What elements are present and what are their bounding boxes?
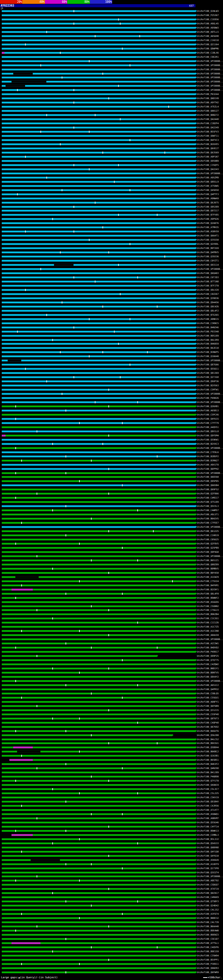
hit-bar[interactable] [2, 555, 196, 557]
hit-label[interactable]: UniRef100_UPI0000... [197, 360, 223, 362]
hit-label[interactable]: UniRef100_Q21164 [197, 43, 219, 46]
hit-row[interactable]: UniRef100_Q63S69 [0, 151, 223, 155]
hit-label[interactable]: UniRef100_C3SW94 [197, 954, 219, 957]
hit-row[interactable]: UniRef100_C5SGU1 [0, 696, 223, 700]
hit-label[interactable]: UniRef100_A6S1C2 [197, 684, 219, 686]
hit-bar[interactable] [2, 510, 196, 511]
hit-label[interactable]: UniRef100_UPI0000... [197, 76, 223, 79]
hit-bar[interactable] [2, 197, 196, 199]
hit-bar[interactable] [2, 272, 196, 274]
hit-label[interactable]: UniRef100_P49026 [197, 397, 219, 399]
hit-row[interactable]: UniRef100_Q6EE60 [0, 475, 223, 479]
hit-row[interactable]: UniRef100_Q8X1L8 [0, 430, 223, 434]
hit-label[interactable]: UniRef100_B2B5P2 [197, 455, 219, 458]
hit-bar[interactable] [2, 77, 196, 79]
hit-row[interactable]: UniRef100_C4QSP6 [0, 945, 223, 950]
hit-row[interactable]: UniRef100_Q24D42 [0, 904, 223, 908]
hit-row[interactable]: UniRef100_B4FVC3 [0, 138, 223, 142]
hit-label[interactable]: UniRef100_Q5V3L3 [197, 505, 219, 508]
hit-bar[interactable] [2, 539, 196, 541]
hit-row[interactable]: UniRef100_Q69F52 [0, 487, 223, 492]
hit-row[interactable]: UniRef100_UPI0000... [0, 400, 223, 404]
hit-label[interactable]: UniRef100_B7G365 [197, 313, 219, 316]
hit-label[interactable]: UniRef100_Q55Q11 [197, 368, 219, 370]
hit-row[interactable]: UniRef100_B6AA40 [0, 924, 223, 929]
hit-bar[interactable] [2, 115, 196, 116]
hit-row[interactable]: UniRef100_Q67692 [0, 725, 223, 729]
hit-bar[interactable] [2, 522, 196, 524]
hit-label[interactable]: UniRef100_C5MBL3 [197, 834, 219, 836]
hit-label[interactable]: UniRef100_Q6D1V0 [197, 97, 219, 100]
hit-bar[interactable] [11, 834, 196, 836]
hit-row[interactable]: UniRef100_A9V1T8 [0, 463, 223, 467]
hit-row[interactable]: UniRef100_B8NTV5 [0, 671, 223, 675]
hit-label[interactable]: UniRef100_B9E4W0 [197, 929, 219, 932]
hit-label[interactable]: UniRef100_A9V1T8 [197, 463, 219, 466]
hit-bar[interactable] [2, 27, 196, 29]
hit-label[interactable]: UniRef100_Q8WPM6 [197, 47, 219, 50]
hit-label[interactable]: UniRef100_Q2A076 [197, 222, 219, 224]
hit-label[interactable]: UniRef100_Q08Z89 [197, 563, 219, 566]
hit-bar[interactable] [2, 926, 196, 928]
hit-bar[interactable] [2, 218, 196, 220]
hit-bar[interactable] [2, 880, 196, 881]
hit-row[interactable]: UniRef100_B41J89 [0, 770, 223, 775]
hit-bar[interactable] [2, 451, 196, 453]
hit-row[interactable]: UniRef100_Q6VEJ7 [0, 146, 223, 151]
hit-bar[interactable] [2, 506, 196, 507]
hit-row[interactable]: UniRef100_P63244 [0, 92, 223, 96]
hit-bar[interactable] [2, 572, 196, 574]
hit-bar[interactable] [2, 772, 196, 773]
hit-label[interactable]: UniRef100_Q6J075 [197, 201, 219, 204]
hit-bar[interactable] [2, 892, 196, 894]
hit-label[interactable]: UniRef100_P25367 [197, 14, 219, 16]
hit-bar[interactable] [2, 593, 196, 595]
hit-row[interactable]: UniRef100_UPI0000... [0, 554, 223, 558]
hit-row[interactable]: UniRef100_C4WM57 [0, 508, 223, 512]
hit-label[interactable]: UniRef100_Q8X1L8 [197, 430, 219, 433]
hit-row[interactable]: UniRef100_C1H819 [0, 533, 223, 538]
hit-row[interactable]: UniRef100_Q99P25 [0, 654, 223, 658]
hit-bar[interactable] [2, 909, 196, 911]
hit-label[interactable]: UniRef100_B9KZB4 [197, 613, 219, 616]
hit-row[interactable]: UniRef100_Q9S389 [0, 205, 223, 209]
hit-label[interactable]: UniRef100_A9GL45 [197, 22, 219, 25]
hit-bar[interactable] [2, 884, 196, 886]
hit-row[interactable]: UniRef100_C4M217 [0, 496, 223, 500]
hit-row[interactable]: UniRef100_A6NFY1 [0, 700, 223, 704]
hit-bar[interactable] [2, 813, 196, 815]
hit-bar[interactable] [2, 127, 196, 129]
hit-row[interactable]: UniRef100_B9KZB4 [0, 612, 223, 616]
hit-row[interactable]: UniRef100_C5E1D7 [0, 937, 223, 941]
hit-bar[interactable] [2, 668, 196, 670]
hit-label[interactable]: UniRef100_A7EZL4 [197, 106, 219, 108]
hit-bar[interactable] [2, 331, 196, 332]
hit-row[interactable]: UniRef100_Q96ER3 [0, 966, 223, 970]
hit-label[interactable]: UniRef100_Q91B4V [197, 800, 219, 803]
hit-row[interactable]: UniRef100_A9NWA9 [0, 196, 223, 200]
hit-row[interactable]: UniRef100_B2V563 [0, 383, 223, 388]
hit-label[interactable]: UniRef100_C1E856 [197, 18, 219, 21]
hit-row[interactable]: UniRef100_Q4PBV5 [0, 250, 223, 255]
hit-row[interactable]: UniRef100_A9P1N7 [0, 155, 223, 159]
hit-bar[interactable] [2, 326, 196, 328]
hit-row[interactable]: UniRef100_UPI0000... [0, 80, 223, 84]
hit-row[interactable]: UniRef100_Q9P4G0 [0, 550, 223, 554]
hit-label[interactable]: UniRef100_UPI0000... [197, 447, 223, 449]
hit-label[interactable]: UniRef100_A6NFY1 [197, 700, 219, 703]
hit-row[interactable]: UniRef100_C0YZT1 [0, 259, 223, 263]
hit-row[interactable]: UniRef100_B4LC52 [0, 737, 223, 741]
hit-row[interactable]: UniRef100_B0DE32 [0, 916, 223, 920]
hit-row[interactable]: UniRef100_A1CIN8 [0, 629, 223, 633]
hit-label[interactable]: UniRef100_A1UEF9 [197, 863, 219, 865]
hit-bar[interactable] [2, 147, 196, 149]
hit-bar[interactable] [2, 60, 196, 62]
hit-bar[interactable] [2, 776, 196, 778]
hit-bar[interactable] [2, 193, 196, 195]
hit-bar[interactable] [2, 526, 196, 528]
hit-row[interactable]: UniRef100_Q42448 [0, 117, 223, 121]
hit-label[interactable]: UniRef100_A7S9W5 [197, 185, 219, 187]
hit-label[interactable]: UniRef100_A8NK15 [197, 318, 219, 320]
hit-bar[interactable] [2, 360, 196, 361]
hit-label[interactable]: UniRef100_UPI0000... [197, 875, 223, 878]
